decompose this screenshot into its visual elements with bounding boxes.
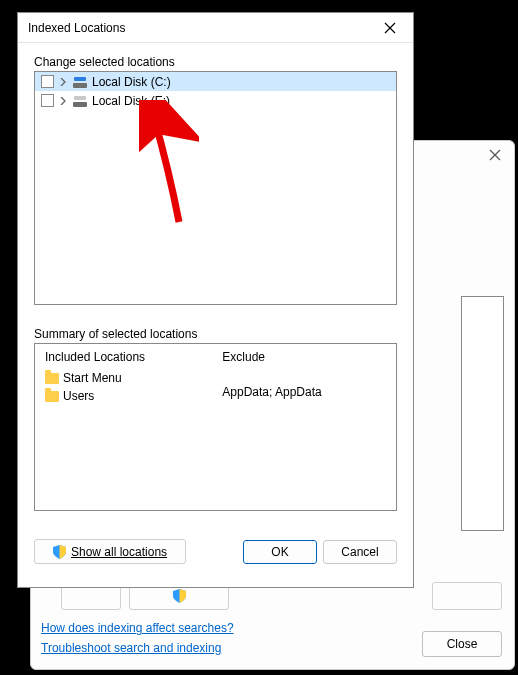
close-icon[interactable]: [375, 16, 405, 40]
included-header: Included Locations: [45, 350, 222, 364]
summary-label: Summary of selected locations: [34, 327, 397, 341]
dialog-title: Indexed Locations: [28, 21, 375, 35]
tree-item-label: Local Disk (E:): [92, 94, 170, 108]
bg-close-button[interactable]: Close: [422, 631, 502, 657]
folder-icon: [45, 373, 59, 384]
included-item: Start Menu: [45, 370, 222, 386]
folder-icon: [45, 391, 59, 402]
expand-icon[interactable]: [58, 77, 68, 87]
tree-item-e[interactable]: Local Disk (E:): [35, 91, 396, 110]
included-item: Users: [45, 388, 222, 404]
exclude-header: Exclude: [222, 350, 386, 364]
included-label: Users: [63, 389, 94, 403]
bg-panel: [461, 296, 504, 531]
show-all-locations-button[interactable]: Show all locations: [34, 539, 186, 564]
disk-icon: [72, 76, 88, 88]
disk-icon: [72, 95, 88, 107]
checkbox-c[interactable]: [41, 75, 54, 88]
indexed-locations-dialog: Indexed Locations Change selected locati…: [17, 12, 414, 588]
link-how-indexing[interactable]: How does indexing affect searches?: [41, 621, 234, 635]
exclude-item: AppData; AppData: [222, 384, 386, 400]
cancel-button[interactable]: Cancel: [323, 540, 397, 564]
tree-item-c[interactable]: Local Disk (C:): [35, 72, 396, 91]
summary-box: Included Locations Exclude Start Menu Us…: [34, 343, 397, 511]
titlebar: Indexed Locations: [18, 13, 413, 43]
bg-close-icon[interactable]: [482, 145, 508, 165]
show-all-label: Show all locations: [71, 545, 167, 559]
bg-stub-3[interactable]: [432, 582, 502, 610]
checkbox-e[interactable]: [41, 94, 54, 107]
locations-tree: Local Disk (C:) Local Disk (E:): [34, 71, 397, 305]
exclude-label: AppData; AppData: [222, 385, 321, 399]
tree-item-label: Local Disk (C:): [92, 75, 171, 89]
ok-button[interactable]: OK: [243, 540, 317, 564]
change-locations-label: Change selected locations: [34, 55, 397, 69]
expand-icon[interactable]: [58, 96, 68, 106]
link-troubleshoot[interactable]: Troubleshoot search and indexing: [41, 641, 234, 655]
shield-icon: [53, 545, 66, 559]
included-label: Start Menu: [63, 371, 122, 385]
